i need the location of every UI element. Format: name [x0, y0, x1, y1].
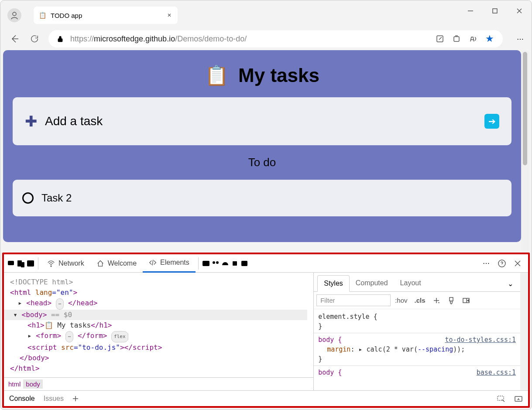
svg-rect-5 [8, 261, 14, 265]
edit-icon[interactable] [436, 34, 444, 43]
svg-point-9 [51, 266, 51, 266]
svg-rect-8 [27, 260, 34, 266]
task-row[interactable]: Task 2 [13, 180, 511, 216]
url-actions: ★ [436, 33, 495, 44]
browser-window: 📋 TODO app ✕ https://microsoftedge.githu… [0, 0, 532, 410]
drawer-icon-a[interactable] [497, 395, 505, 403]
svg-rect-18 [498, 396, 504, 400]
task-label: Task 2 [41, 192, 72, 204]
dock-icon[interactable] [26, 259, 35, 268]
styles-tab[interactable]: Styles [317, 275, 350, 292]
add-task-row[interactable]: ✚ Add a task ➔ [13, 97, 511, 145]
tab-close-icon[interactable]: ✕ [166, 12, 172, 18]
app-heading: 📋 My tasks [13, 64, 511, 87]
page-scrollbar[interactable] [521, 50, 529, 253]
minimize-button[interactable] [458, 0, 483, 21]
devtools-panel: Network Welcome Elements ⋯ [2, 253, 530, 408]
refresh-button[interactable] [28, 33, 41, 45]
svg-rect-2 [58, 38, 63, 42]
add-task-placeholder: Add a task [45, 114, 103, 128]
svg-rect-4 [454, 37, 459, 41]
styles-scrollbar[interactable] [520, 273, 528, 390]
dom-pane: <!DOCTYPE html> <html lang="en"> ▸ <head… [4, 273, 314, 390]
favorite-star-icon[interactable]: ★ [485, 33, 494, 44]
svg-rect-13 [233, 261, 237, 266]
address-bar: https://microsoftedge.github.io/Demos/de… [0, 27, 532, 50]
menu-dots-icon[interactable]: ⋯ [517, 35, 524, 43]
plus-icon: ✚ [25, 113, 37, 130]
svg-rect-16 [450, 297, 453, 301]
svg-point-11 [213, 261, 215, 264]
app-page: 📋 My tasks ✚ Add a task ➔ To do Task 2 [3, 50, 521, 242]
device-toggle-icon[interactable] [16, 259, 26, 268]
read-aloud-icon[interactable] [469, 34, 477, 43]
tab-elements[interactable]: Elements [143, 254, 196, 273]
cls-button[interactable]: .cls [415, 297, 426, 304]
devtools-close-icon[interactable] [514, 260, 521, 267]
computed-tab[interactable]: Computed [350, 275, 394, 291]
styles-filter[interactable]: Filter [316, 294, 391, 306]
hov-button[interactable]: :hov [395, 297, 407, 304]
panel-toggle-icon[interactable] [462, 297, 470, 304]
section-label: To do [13, 156, 511, 169]
titlebar: 📋 TODO app ✕ [0, 0, 532, 27]
application-icon[interactable] [240, 259, 249, 268]
svg-rect-7 [21, 262, 24, 267]
window-controls [458, 0, 532, 21]
profile-avatar[interactable] [7, 8, 21, 22]
page-viewport: 📋 My tasks ✚ Add a task ➔ To do Task 2 [0, 50, 532, 253]
new-tab-button[interactable] [179, 12, 197, 19]
drawer-console[interactable]: Console [9, 395, 35, 403]
svg-rect-1 [493, 9, 497, 13]
drawer-issues[interactable]: Issues [44, 395, 64, 403]
brush-icon[interactable] [447, 297, 455, 304]
inspect-icon[interactable] [7, 259, 16, 268]
chevron-down-icon[interactable]: ⌄ [504, 276, 517, 291]
layout-tab[interactable]: Layout [394, 275, 427, 291]
styles-pane: Styles Computed Layout ⌄ Filter :hov .cl… [314, 273, 520, 390]
svg-point-12 [216, 261, 219, 264]
devtools-main: <!DOCTYPE html> <html lang="en"> ▸ <head… [4, 273, 528, 390]
help-icon[interactable] [498, 259, 506, 268]
memory-icon[interactable] [230, 259, 240, 268]
drawer-add-icon[interactable] [72, 396, 79, 402]
tab-network[interactable]: Network [41, 254, 90, 273]
url-box[interactable]: https://microsoftedge.github.io/Demos/de… [48, 30, 503, 48]
svg-rect-14 [241, 261, 247, 266]
collections-icon[interactable] [452, 34, 461, 43]
dom-breadcrumb[interactable]: html body [4, 377, 313, 390]
clipboard-icon: 📋 [205, 64, 229, 87]
browser-tab[interactable]: 📋 TODO app ✕ [34, 7, 178, 24]
url-text: https://microsoftedge.github.io/Demos/de… [70, 34, 247, 44]
maximize-button[interactable] [483, 0, 507, 21]
heading-text: My tasks [238, 65, 319, 86]
drawer-icon-b[interactable] [514, 395, 523, 403]
performance-icon[interactable] [220, 259, 230, 268]
tab-favicon-icon: 📋 [39, 12, 46, 19]
new-rule-icon[interactable] [432, 297, 440, 304]
lock-icon [56, 35, 64, 43]
devtools-more-icon[interactable]: ⋯ [483, 259, 490, 267]
svg-point-0 [13, 12, 16, 16]
console-icon[interactable] [201, 259, 211, 268]
more-tabs-icon[interactable] [249, 260, 259, 267]
submit-button[interactable]: ➔ [484, 114, 499, 129]
devtools-tabs: Network Welcome Elements ⋯ [4, 254, 528, 273]
svg-rect-10 [203, 261, 209, 266]
close-window-button[interactable] [507, 0, 532, 21]
back-button[interactable] [8, 33, 21, 45]
devtools-drawer: Console Issues [4, 390, 528, 406]
task-checkbox[interactable] [22, 192, 34, 204]
tab-title: TODO app [51, 12, 162, 19]
css-rules[interactable]: element.style { } body { to-do-styles.cs… [314, 309, 520, 390]
tab-welcome[interactable]: Welcome [90, 254, 143, 273]
dom-tree[interactable]: <!DOCTYPE html> <html lang="en"> ▸ <head… [4, 273, 313, 377]
sources-icon[interactable] [211, 259, 220, 268]
